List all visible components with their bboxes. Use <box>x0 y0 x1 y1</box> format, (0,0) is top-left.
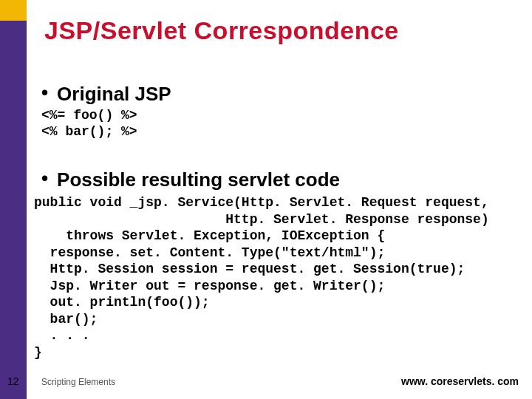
code-servlet: public void _jsp. Service(Http. Servlet.… <box>34 194 489 361</box>
bullet-servlet-code: • Possible resulting servlet code <box>41 168 340 191</box>
corner-accent <box>0 0 27 21</box>
code-jsp: <%= foo() %> <% bar(); %> <box>41 108 137 140</box>
left-stripe <box>0 0 27 399</box>
footer-right: www. coreservlets. com <box>401 375 519 387</box>
bullet-label: Original JSP <box>57 83 171 106</box>
slide: JSP/Servlet Correspondence • Original JS… <box>0 0 532 399</box>
bullet-original-jsp: • Original JSP <box>41 83 171 106</box>
page-title: JSP/Servlet Correspondence <box>44 16 399 45</box>
slide-number: 12 <box>7 375 19 387</box>
bullet-dot-icon: • <box>41 83 48 102</box>
bullet-label: Possible resulting servlet code <box>57 168 340 191</box>
bullet-dot-icon: • <box>41 168 48 188</box>
footer-left: Scripting Elements <box>41 377 115 387</box>
